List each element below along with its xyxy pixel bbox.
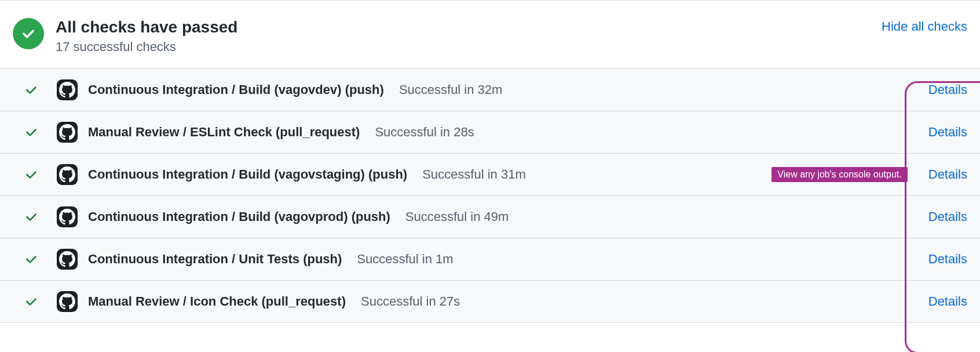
- checks-list: Continuous Integration / Build (vagovdev…: [0, 68, 980, 323]
- github-avatar-icon: [57, 249, 78, 270]
- details-link[interactable]: Details: [928, 252, 967, 267]
- check-name: Continuous Integration / Build (vagovsta…: [88, 167, 407, 182]
- github-avatar-icon: [57, 206, 78, 227]
- check-status: Successful in 28s: [375, 125, 474, 140]
- check-success-icon: [23, 166, 39, 183]
- check-status: Successful in 32m: [399, 82, 503, 97]
- check-name: Manual Review / Icon Check (pull_request…: [88, 294, 346, 309]
- details-link[interactable]: Details: [928, 82, 967, 97]
- check-status: Successful in 49m: [405, 209, 509, 224]
- hide-all-checks-link[interactable]: Hide all checks: [882, 19, 967, 34]
- check-success-icon: [23, 251, 39, 267]
- check-status: Successful in 31m: [422, 167, 526, 182]
- success-circle-icon: [13, 18, 44, 49]
- details-link[interactable]: Details: [928, 125, 967, 140]
- checks-subtitle: 17 successful checks: [56, 39, 237, 55]
- details-link[interactable]: Details: [928, 209, 967, 224]
- check-row: Continuous Integration / Unit Tests (pus…: [0, 238, 980, 281]
- check-name: Continuous Integration / Unit Tests (pus…: [88, 252, 342, 267]
- github-avatar-icon: [57, 291, 78, 312]
- check-success-icon: [23, 293, 39, 310]
- check-row: Continuous Integration / Build (vagovpro…: [0, 196, 980, 238]
- check-name: Continuous Integration / Build (vagovpro…: [88, 209, 390, 224]
- checks-title: All checks have passed: [56, 17, 237, 37]
- check-success-icon: [23, 82, 39, 98]
- check-name: Manual Review / ESLint Check (pull_reque…: [88, 125, 360, 140]
- details-link[interactable]: Details: [928, 167, 967, 182]
- check-row: Manual Review / Icon Check (pull_request…: [0, 281, 980, 323]
- check-name: Continuous Integration / Build (vagovdev…: [88, 82, 384, 97]
- header-text: All checks have passed 17 successful che…: [56, 17, 237, 55]
- checks-header: All checks have passed 17 successful che…: [0, 1, 980, 68]
- check-status: Successful in 27s: [361, 294, 460, 309]
- github-avatar-icon: [57, 122, 78, 143]
- check-success-icon: [23, 209, 39, 225]
- check-row: Continuous Integration / Build (vagovdev…: [0, 69, 980, 111]
- details-link[interactable]: Details: [928, 294, 967, 309]
- console-output-tooltip: View any job's console output.: [771, 167, 907, 182]
- check-status: Successful in 1m: [357, 252, 453, 267]
- check-row: Continuous Integration / Build (vagovsta…: [0, 154, 980, 196]
- check-row: Manual Review / ESLint Check (pull_reque…: [0, 111, 980, 154]
- header-left: All checks have passed 17 successful che…: [13, 17, 237, 55]
- github-avatar-icon: [57, 164, 78, 185]
- check-success-icon: [23, 124, 39, 140]
- github-avatar-icon: [57, 79, 78, 100]
